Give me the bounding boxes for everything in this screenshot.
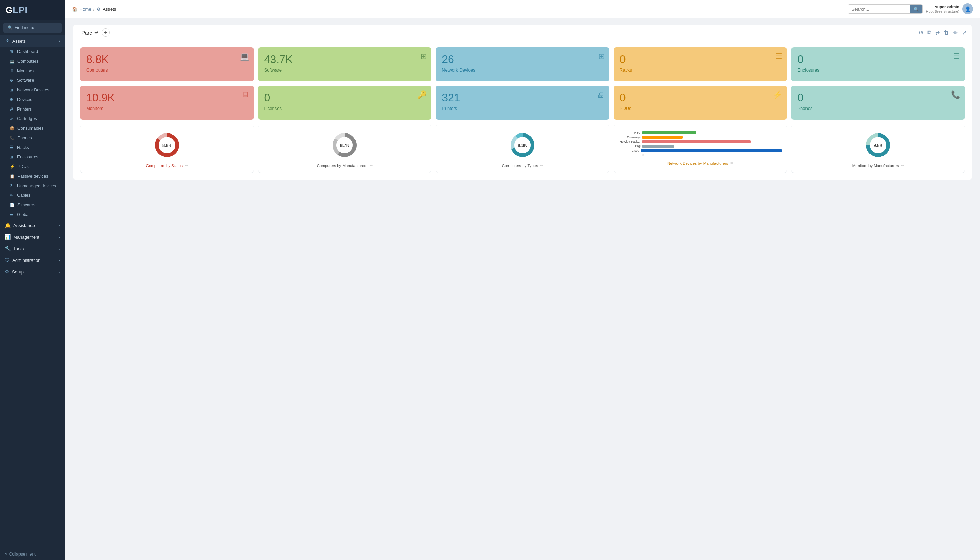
- sidebar-category-tools[interactable]: 🔧 Tools ▸: [0, 243, 65, 254]
- sidebar-item-printers[interactable]: 🖨 Printers: [0, 104, 65, 114]
- bar-row: Cisco: [619, 149, 782, 152]
- collapse-menu-button[interactable]: « Collapse menu: [0, 548, 65, 560]
- stat-card-software[interactable]: ⊞ 43.7K Software: [258, 47, 432, 82]
- bar-row: Hewlett-Pack...: [619, 140, 782, 143]
- sidebar-item-passive-devices[interactable]: 📋 Passive devices: [0, 172, 65, 181]
- pdu-icon: ⚡: [10, 164, 15, 169]
- sidebar-item-unmanaged-devices[interactable]: ? Unmanaged devices: [0, 181, 65, 191]
- chart-edit-icon[interactable]: ✏: [901, 163, 904, 168]
- bar-row: Digi: [619, 145, 782, 148]
- chevron-down-icon: ▾: [58, 39, 60, 43]
- share-icon[interactable]: ⇄: [935, 30, 940, 36]
- bar-fill: [642, 132, 696, 134]
- sidebar-item-phones[interactable]: 📞 Phones: [0, 133, 65, 143]
- stat-card-enclosures[interactable]: ☰ 0 Enclosures: [791, 47, 965, 82]
- donut-chart: 9.8K: [863, 130, 893, 160]
- donut-center-label: 9.8K: [873, 143, 882, 148]
- chevron-right-icon3: ▸: [58, 247, 60, 250]
- bar-label: Cisco: [619, 149, 639, 152]
- breadcrumb-current: Assets: [103, 7, 116, 12]
- chart-card-computers-by-manufacturers: 8.7K Computers by Manufacturers ✏: [258, 125, 432, 173]
- user-name: super-admin: [926, 5, 960, 9]
- search-input[interactable]: [848, 5, 910, 13]
- sidebar-setup-section: ⚙ Setup ▸: [0, 266, 65, 278]
- chart-title: Computers by Status ✏: [146, 163, 188, 168]
- chart-edit-icon[interactable]: ✏: [540, 163, 543, 168]
- sidebar-category-administration[interactable]: 🛡 Administration ▸: [0, 254, 65, 266]
- breadcrumb-home[interactable]: Home: [79, 7, 92, 12]
- sidebar-item-computers[interactable]: 💻 Computers: [0, 57, 65, 66]
- home-icon: 🏠: [72, 7, 77, 12]
- card-label: Computers: [86, 67, 248, 73]
- bar-row: Enterasys: [619, 135, 782, 139]
- sidebar-item-devices[interactable]: ⚙ Devices: [0, 95, 65, 104]
- sidebar-item-software[interactable]: ⚙ Software: [0, 76, 65, 85]
- sidebar: GLPI 🔍 Find menu 🗄 Assets ▾ ⊞ Dashboard …: [0, 0, 65, 560]
- dashboard-title-select[interactable]: Parc: [79, 29, 99, 37]
- sidebar-item-cables[interactable]: ✏ Cables: [0, 191, 65, 200]
- card-type-icon: 🖥: [241, 90, 249, 99]
- sidebar-item-enclosures[interactable]: ⊞ Enclosures: [0, 152, 65, 162]
- setup-icon: ⚙: [5, 269, 9, 275]
- chart-edit-icon[interactable]: ✏: [185, 163, 188, 168]
- card-type-icon: ⊞: [421, 52, 427, 61]
- copy-icon[interactable]: ⧉: [927, 30, 931, 36]
- chart-title: Computers by Manufacturers ✏: [317, 163, 373, 168]
- bar-fill: [642, 140, 751, 143]
- stat-card-printers[interactable]: 🖨 321 Printers: [436, 85, 609, 120]
- add-dashboard-button[interactable]: +: [101, 28, 110, 37]
- chevron-right-icon5: ▸: [58, 270, 60, 274]
- avatar[interactable]: 👤: [962, 3, 973, 14]
- sidebar-item-dashboard[interactable]: ⊞ Dashboard: [0, 47, 65, 57]
- sidebar-item-pdus[interactable]: ⚡ PDUs: [0, 162, 65, 172]
- user-info: super-admin Root (tree structure) 👤: [926, 3, 973, 14]
- chevron-right-icon4: ▸: [58, 258, 60, 262]
- dashboard-toolbar: Parc + ↺ ⧉ ⇄ 🗑 ✏ ⤢: [73, 25, 972, 40]
- stat-card-monitors[interactable]: 🖥 10.9K Monitors: [80, 85, 254, 120]
- sidebar-assistance-section: 🔔 Assistance ▸: [0, 219, 65, 231]
- sidebar-item-network-devices[interactable]: ⊞ Network Devices: [0, 85, 65, 95]
- bar-chart: H3C Enterasys Hewlett-Pack... Digi: [619, 130, 782, 158]
- fullscreen-icon[interactable]: ⤢: [962, 30, 966, 36]
- sidebar-item-monitors[interactable]: 🖥 Monitors: [0, 66, 65, 76]
- sidebar-category-setup[interactable]: ⚙ Setup ▸: [0, 266, 65, 278]
- stat-cards-grid: 💻 8.8K Computers ⊞ 43.7K Software ⊞ 26 N…: [80, 47, 965, 120]
- chart-card-computers-by-types: 8.3K Computers by Types ✏: [436, 125, 609, 173]
- sidebar-item-consumables[interactable]: 📦 Consumables: [0, 123, 65, 133]
- chart-edit-icon[interactable]: ✏: [730, 161, 733, 165]
- stat-card-pdus[interactable]: ⚡ 0 PDUs: [614, 85, 787, 120]
- stat-card-phones[interactable]: 📞 0 Phones: [791, 85, 965, 120]
- card-label: Network Devices: [442, 67, 604, 73]
- stat-card-network-devices[interactable]: ⊞ 26 Network Devices: [436, 47, 609, 82]
- find-menu-button[interactable]: 🔍 Find menu: [3, 23, 62, 33]
- sidebar-item-racks[interactable]: ☰ Racks: [0, 143, 65, 152]
- edit-icon[interactable]: ✏: [953, 30, 958, 36]
- topbar-right: 🔍 super-admin Root (tree structure) 👤: [848, 3, 973, 14]
- sidebar-category-management[interactable]: 📊 Management ▸: [0, 231, 65, 243]
- card-label: PDUs: [620, 106, 782, 111]
- admin-icon: 🛡: [5, 257, 10, 263]
- chart-edit-icon[interactable]: ✏: [369, 163, 373, 168]
- search-icon: 🔍: [8, 25, 13, 30]
- chart-card-computers-by-status: 8.8K Computers by Status ✏: [80, 125, 254, 173]
- bar-label: Hewlett-Pack...: [619, 140, 641, 143]
- card-label: Enclosures: [797, 67, 960, 73]
- sidebar-item-cartridges[interactable]: 🖊 Cartridges: [0, 114, 65, 123]
- axis-min: 0: [642, 153, 644, 157]
- card-number: 0: [620, 92, 782, 104]
- sidebar-item-global[interactable]: ☰ Global: [0, 210, 65, 219]
- sidebar-category-assets[interactable]: 🗄 Assets ▾: [0, 35, 65, 47]
- card-label: Phones: [797, 106, 960, 111]
- sidebar-category-assistance[interactable]: 🔔 Assistance ▸: [0, 219, 65, 231]
- history-icon[interactable]: ↺: [919, 30, 923, 36]
- card-type-icon: ☰: [775, 52, 782, 61]
- stat-card-computers[interactable]: 💻 8.8K Computers: [80, 47, 254, 82]
- user-role: Root (tree structure): [926, 9, 960, 13]
- stat-card-licenses[interactable]: 🔑 0 Licenses: [258, 85, 432, 120]
- search-button[interactable]: 🔍: [910, 5, 922, 13]
- delete-icon[interactable]: 🗑: [944, 30, 949, 36]
- phone-icon: 📞: [10, 135, 15, 140]
- stat-card-racks[interactable]: ☰ 0 Racks: [614, 47, 787, 82]
- card-number: 0: [620, 53, 782, 65]
- sidebar-item-simcards[interactable]: 📄 Simcards: [0, 200, 65, 210]
